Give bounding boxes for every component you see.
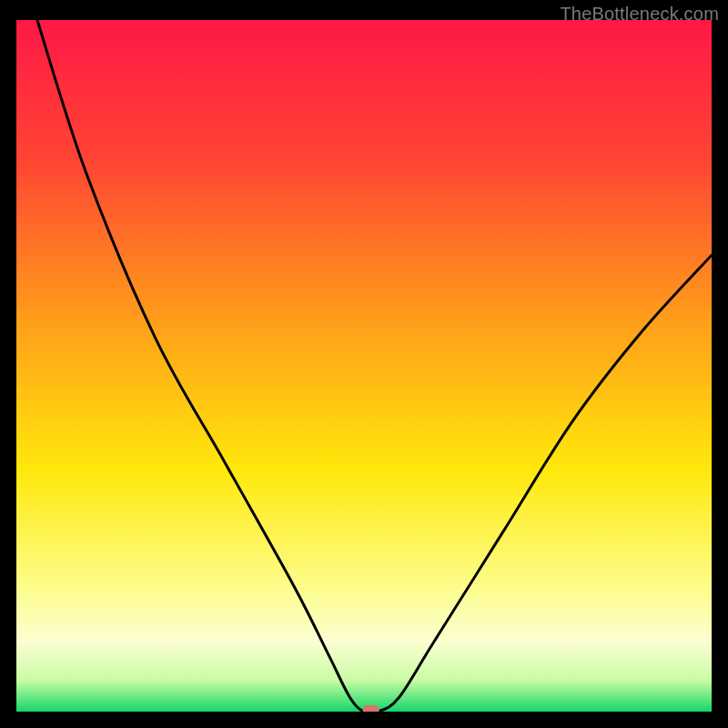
chart-frame: TheBottleneck.com: [0, 0, 728, 728]
optimum-marker: [363, 705, 379, 712]
chart-svg: [16, 20, 712, 712]
chart-plot: [16, 20, 712, 712]
gradient-background: [16, 20, 712, 712]
watermark-text: TheBottleneck.com: [560, 4, 719, 25]
